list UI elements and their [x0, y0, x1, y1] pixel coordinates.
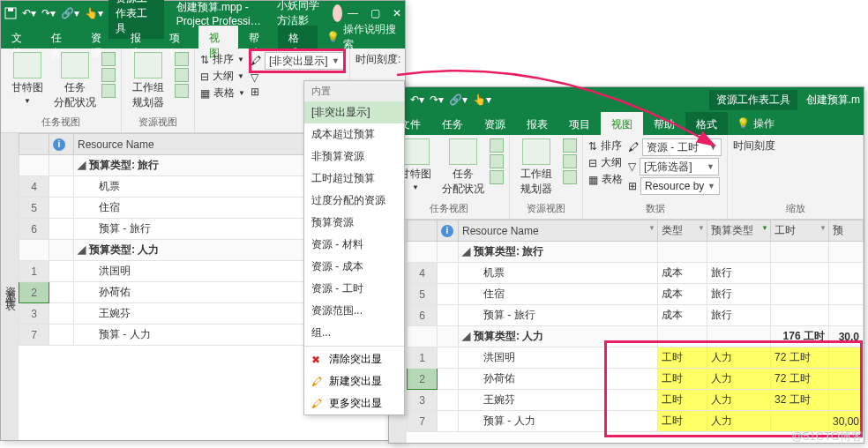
- group-label-resource-view: 资源视图: [127, 114, 189, 129]
- task-usage-button[interactable]: 任务 分配状况: [442, 138, 484, 197]
- col-work: 工时▼: [770, 220, 828, 242]
- bulb-icon: 💡: [326, 31, 340, 43]
- info-icon: i: [53, 138, 65, 151]
- link-icon[interactable]: 🔗▾: [61, 7, 79, 19]
- undo-icon[interactable]: ↶▾: [410, 93, 424, 106]
- document-title: 创建预算.mpp - Project Professi…: [176, 0, 266, 27]
- sort-button[interactable]: ⇅排序▼: [200, 52, 245, 67]
- col-budget: 预: [828, 220, 863, 242]
- tell-me[interactable]: 💡操作说明搜索: [318, 26, 405, 49]
- group-dropdown[interactable]: ⊞Resource by▼: [628, 177, 722, 195]
- tab-task[interactable]: 任务: [431, 112, 474, 135]
- tables-button[interactable]: ▦表格: [588, 172, 623, 187]
- resource-sheet[interactable]: i Resource Name▼ 类型▼ 预算类型▼ 工时▼ 预 ◢预算类型: …: [407, 220, 864, 443]
- tab-format[interactable]: 格式: [685, 112, 728, 135]
- dd-item[interactable]: 资源 - 成本: [304, 256, 404, 278]
- tab-view[interactable]: 视图: [198, 26, 238, 49]
- dropdown-header: 内置: [304, 81, 404, 101]
- dd-item[interactable]: 资源范围...: [304, 300, 404, 322]
- tab-view[interactable]: 视图: [601, 112, 643, 135]
- document-title: 创建预算.m: [806, 93, 860, 108]
- group-label-task-view: 任务视图: [6, 114, 116, 129]
- highlight-dropdown[interactable]: 🖍 [非突出显示]▼: [251, 52, 344, 70]
- team-planner-button[interactable]: 工作组 规划器: [515, 138, 557, 197]
- avatar[interactable]: [333, 4, 342, 22]
- tab-help[interactable]: 帮助: [643, 112, 685, 135]
- context-tab-label: 资源工作表工具: [709, 90, 797, 110]
- dd-item[interactable]: 工时超过预算: [304, 168, 404, 190]
- dd-new[interactable]: 🖍新建突出显: [304, 370, 404, 392]
- ribbon-tabs: 文件 任务 资源 报表 项目 视图 帮助 格式 💡操作: [389, 112, 864, 135]
- highlight-dropdown[interactable]: 🖍资源 - 工时▼: [628, 138, 722, 156]
- user-name: 小妖同学 方洁影: [277, 0, 320, 28]
- close-icon[interactable]: ✕: [393, 7, 401, 19]
- task-usage-button[interactable]: 任务 分配状况: [54, 52, 96, 110]
- gantt-button[interactable]: 甘特图▼: [6, 52, 49, 105]
- info-icon: i: [441, 225, 453, 237]
- ribbon-tabs: 文件 任务 资源 报表 项目 视图 帮助 格式 💡操作说明搜索: [1, 26, 405, 49]
- dd-item[interactable]: 资源 - 工时: [304, 278, 404, 300]
- redo-icon[interactable]: ↷▾: [41, 7, 56, 19]
- project-window-2: ↶▾ ↷▾ 🔗▾ 👆▾ 资源工作表工具 创建预算.m 文件 任务 资源 报表 项…: [388, 86, 864, 444]
- tab-help[interactable]: 帮助: [238, 26, 278, 49]
- outline-button[interactable]: ⊟大纲▼: [200, 69, 245, 84]
- tell-me[interactable]: 💡操作: [728, 112, 783, 135]
- maximize-icon[interactable]: ▢: [370, 7, 380, 19]
- col-budget-type: 预算类型▼: [707, 220, 770, 242]
- tab-project[interactable]: 项目: [159, 26, 198, 49]
- highlight-icon: 🖍: [251, 55, 261, 67]
- dd-item[interactable]: 组...: [304, 322, 404, 344]
- bulb-icon: 💡: [737, 117, 750, 130]
- link-icon[interactable]: 🔗▾: [449, 93, 468, 106]
- dd-more[interactable]: 🖍更多突出显: [304, 392, 404, 414]
- save-icon[interactable]: [4, 7, 17, 19]
- tab-project[interactable]: 项目: [558, 112, 601, 135]
- tab-report[interactable]: 报表: [120, 26, 160, 49]
- minimize-icon[interactable]: —: [348, 7, 358, 19]
- dd-item[interactable]: 成本超过预算: [304, 123, 404, 146]
- tab-file[interactable]: 文件: [1, 26, 41, 49]
- dd-item[interactable]: 预算资源: [304, 212, 404, 234]
- outline-button[interactable]: ⊟大纲: [588, 155, 623, 170]
- tables-button[interactable]: ▦表格▼: [200, 86, 245, 101]
- touch-icon[interactable]: 👆▾: [85, 7, 103, 19]
- col-name: Resource Name▼: [74, 134, 343, 155]
- ribbon: 甘特图▼ 任务 分配状况 任务视图 工作组 规划器 资源视图 ⇅排序 ⊟大纲 ▦…: [389, 135, 864, 220]
- tab-report[interactable]: 报表: [516, 112, 558, 135]
- dd-item[interactable]: 非预算资源: [304, 146, 404, 168]
- svg-rect-1: [8, 8, 13, 11]
- filter-dropdown[interactable]: ▽[无筛选器]▼: [628, 158, 722, 175]
- dd-item[interactable]: 过度分配的资源: [304, 190, 404, 212]
- project-window-1: ↶▾ ↷▾ 🔗▾ 👆▾ 资源工作表工具 创建预算.mpp - Project P…: [0, 0, 406, 441]
- undo-icon[interactable]: ↶▾: [22, 7, 36, 19]
- highlight-dropdown-menu: 内置 [非突出显示] 成本超过预算 非预算资源 工时超过预算 过度分配的资源 预…: [303, 80, 405, 415]
- watermark: @51CTO博客: [791, 429, 863, 444]
- dd-item[interactable]: 资源 - 材料: [304, 234, 404, 256]
- team-planner-button[interactable]: 工作组 规划器: [127, 52, 169, 110]
- tab-format[interactable]: 格式: [278, 26, 318, 49]
- sort-button[interactable]: ⇅排序: [588, 138, 623, 153]
- dd-item[interactable]: [非突出显示]: [304, 101, 404, 123]
- tab-resource[interactable]: 资源: [80, 26, 120, 49]
- quick-access-toolbar: ↶▾ ↷▾ 🔗▾ 👆▾: [4, 7, 103, 19]
- col-type: 类型▼: [657, 220, 707, 242]
- tab-resource[interactable]: 资源: [474, 112, 516, 135]
- dd-clear[interactable]: ✖清除突出显: [304, 348, 404, 370]
- col-name: Resource Name▼: [459, 220, 658, 242]
- tab-task[interactable]: 任务: [41, 26, 80, 49]
- titlebar: ↶▾ ↷▾ 🔗▾ 👆▾ 资源工作表工具 创建预算.m: [389, 87, 864, 112]
- view-sidebar[interactable]: 资源工作表: [1, 133, 19, 440]
- redo-icon[interactable]: ↷▾: [430, 93, 444, 106]
- touch-icon[interactable]: 👆▾: [473, 93, 491, 106]
- timescale-label: 时间刻度:: [355, 52, 400, 67]
